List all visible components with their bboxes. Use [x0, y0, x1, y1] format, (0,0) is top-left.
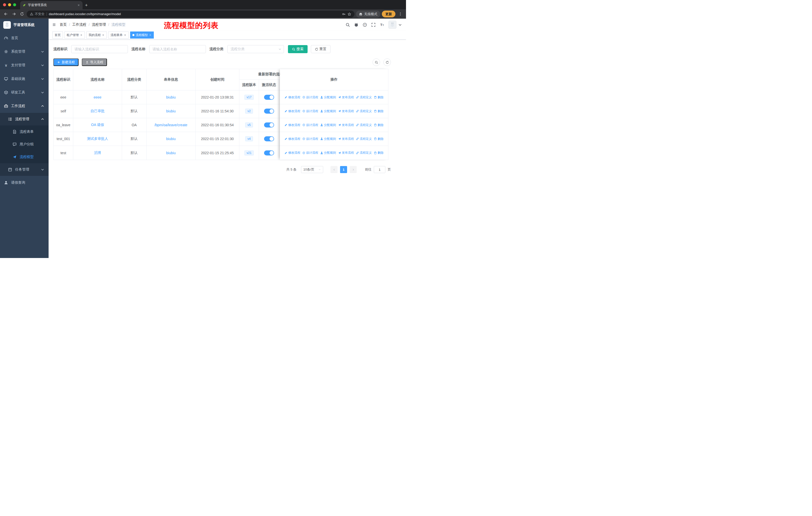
- sidebar-item-system[interactable]: 系统管理: [0, 45, 49, 58]
- user-avatar-menu[interactable]: [388, 21, 402, 29]
- edit-process-link[interactable]: 修改流程: [284, 137, 300, 141]
- active-toggle[interactable]: [264, 95, 274, 100]
- close-icon[interactable]: [124, 34, 126, 36]
- new-tab-button[interactable]: +: [83, 1, 90, 9]
- window-zoom-button[interactable]: [13, 3, 16, 6]
- design-process-link[interactable]: 设计流程: [302, 151, 318, 155]
- active-toggle[interactable]: [264, 109, 274, 114]
- sidebar-item-process-form[interactable]: 流程表单: [0, 126, 49, 138]
- edit-process-link[interactable]: 修改流程: [284, 151, 300, 155]
- tag-home[interactable]: 首页: [52, 31, 63, 38]
- design-process-link[interactable]: 设计流程: [302, 109, 318, 113]
- active-toggle[interactable]: [264, 136, 274, 141]
- publish-process-link[interactable]: 发布流程: [338, 151, 354, 155]
- close-icon[interactable]: [149, 34, 151, 36]
- sidebar-item-payment[interactable]: ¥ 支付管理: [0, 58, 49, 72]
- sidebar-logo[interactable]: 芋道管理系统: [0, 19, 49, 31]
- chrome-update-button[interactable]: 更新: [382, 10, 396, 18]
- assign-rule-link[interactable]: 分配规则: [320, 95, 336, 100]
- design-process-link[interactable]: 设计流程: [302, 137, 318, 141]
- process-name-link[interactable]: OA 请假: [91, 123, 104, 127]
- sidebar-item-workflow[interactable]: 工作流程: [0, 99, 49, 113]
- window-minimize-button[interactable]: [8, 3, 11, 6]
- form-info-link[interactable]: biubiu: [166, 95, 175, 99]
- search-icon[interactable]: [346, 23, 350, 27]
- tag-my-process[interactable]: 我的流程: [86, 31, 107, 38]
- tag-tenant-management[interactable]: 租户管理: [64, 31, 85, 38]
- process-name-link[interactable]: eeee: [94, 95, 102, 99]
- delete-process-link[interactable]: 删除: [374, 137, 384, 141]
- page-size-select[interactable]: 10条/页: [301, 166, 323, 173]
- refresh-table-button[interactable]: [383, 58, 391, 66]
- import-process-button[interactable]: 导入流程: [82, 58, 107, 66]
- form-info-link[interactable]: /bpm/oa/leave/create: [154, 123, 187, 127]
- create-process-button[interactable]: 新建流程: [53, 58, 79, 66]
- form-info-link[interactable]: biubiu: [166, 137, 175, 141]
- process-definition-link[interactable]: 流程定义: [356, 137, 372, 141]
- assign-rule-link[interactable]: 分配规则: [320, 109, 336, 113]
- bookmark-star-icon[interactable]: [348, 12, 351, 16]
- sidebar-item-leave-query[interactable]: 请假查询: [0, 176, 49, 189]
- process-name-input[interactable]: [149, 45, 206, 53]
- prev-page-button[interactable]: [330, 166, 338, 173]
- tag-process-model[interactable]: 流程模型: [130, 31, 154, 38]
- assign-rule-link[interactable]: 分配规则: [320, 151, 336, 155]
- forward-button[interactable]: [10, 11, 17, 18]
- window-close-button[interactable]: [3, 3, 6, 6]
- delete-process-link[interactable]: 删除: [374, 123, 384, 127]
- process-name-link[interactable]: 滔博: [94, 151, 101, 155]
- breadcrumb-process-management[interactable]: 流程管理: [92, 22, 106, 27]
- process-definition-link[interactable]: 流程定义: [356, 123, 372, 127]
- password-key-icon[interactable]: [342, 12, 346, 16]
- browser-menu-button[interactable]: [397, 11, 404, 18]
- publish-process-link[interactable]: 发布流程: [338, 109, 354, 113]
- tab-close-icon[interactable]: [77, 4, 80, 6]
- help-icon[interactable]: [363, 23, 367, 27]
- reload-button[interactable]: [19, 11, 25, 18]
- form-info-link[interactable]: biubiu: [166, 109, 175, 113]
- form-info-link[interactable]: biubiu: [166, 151, 175, 155]
- tag-process-form[interactable]: 流程表单: [108, 31, 128, 38]
- process-key-input[interactable]: [71, 45, 128, 53]
- delete-process-link[interactable]: 删除: [374, 109, 384, 113]
- process-definition-link[interactable]: 流程定义: [356, 95, 372, 100]
- design-process-link[interactable]: 设计流程: [302, 123, 318, 127]
- process-category-select[interactable]: 流程分类: [227, 45, 284, 53]
- toggle-search-button[interactable]: [373, 58, 380, 66]
- breadcrumb-home[interactable]: 首页: [60, 22, 67, 27]
- sidebar-item-infra[interactable]: 基础设施: [0, 72, 49, 86]
- active-toggle[interactable]: [264, 151, 274, 156]
- delete-process-link[interactable]: 删除: [374, 95, 384, 100]
- process-name-link[interactable]: 测试多审批人: [87, 137, 108, 141]
- sidebar-item-process-management[interactable]: 流程管理: [0, 113, 49, 126]
- sidebar-item-home[interactable]: 首页: [0, 31, 49, 45]
- github-icon[interactable]: [354, 23, 358, 27]
- active-toggle[interactable]: [264, 123, 274, 128]
- back-button[interactable]: [2, 11, 9, 18]
- assign-rule-link[interactable]: 分配规则: [320, 123, 336, 127]
- sidebar-item-user-group[interactable]: 用户分组: [0, 138, 49, 151]
- edit-process-link[interactable]: 修改流程: [284, 123, 300, 127]
- next-page-button[interactable]: [350, 166, 357, 173]
- sidebar-collapse-icon[interactable]: [52, 23, 56, 26]
- design-process-link[interactable]: 设计流程: [302, 95, 318, 100]
- breadcrumb-workflow[interactable]: 工作流程: [72, 22, 86, 27]
- edit-process-link[interactable]: 修改流程: [284, 109, 300, 113]
- sidebar-item-devtools[interactable]: 研发工具: [0, 86, 49, 99]
- address-bar[interactable]: 不安全 dashboard.yudao.iocoder.cn/bpm/manag…: [27, 10, 354, 18]
- sidebar-item-process-model[interactable]: 流程模型: [0, 151, 49, 163]
- close-icon[interactable]: [102, 34, 105, 36]
- process-name-link[interactable]: 自己审批: [91, 109, 105, 113]
- publish-process-link[interactable]: 发布流程: [338, 123, 354, 127]
- fullscreen-icon[interactable]: [371, 23, 376, 27]
- font-size-icon[interactable]: [380, 23, 384, 27]
- reset-button[interactable]: 重置: [311, 45, 330, 53]
- assign-rule-link[interactable]: 分配规则: [320, 137, 336, 141]
- process-definition-link[interactable]: 流程定义: [356, 109, 372, 113]
- delete-process-link[interactable]: 删除: [374, 151, 384, 155]
- goto-page-input[interactable]: [374, 166, 385, 173]
- security-indicator[interactable]: 不安全: [30, 12, 45, 17]
- edit-process-link[interactable]: 修改流程: [284, 95, 300, 100]
- sidebar-item-task-management[interactable]: 任务管理: [0, 163, 49, 176]
- publish-process-link[interactable]: 发布流程: [338, 137, 354, 141]
